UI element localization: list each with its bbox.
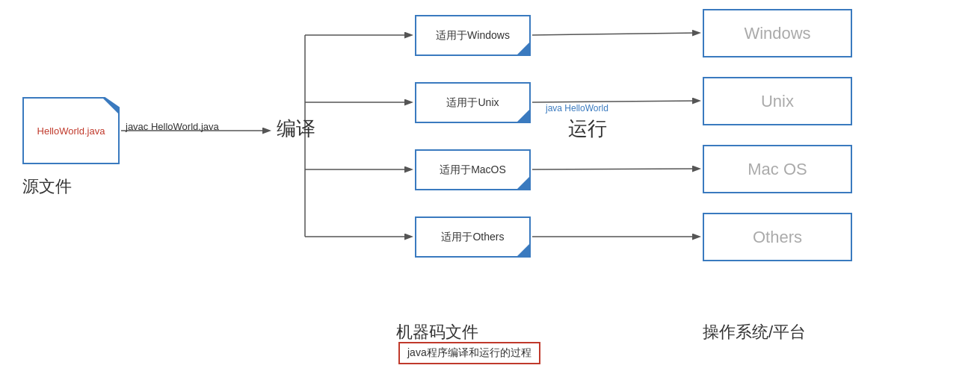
bytecode-box-macos: 适用于MacOS bbox=[415, 149, 531, 190]
bytecode-box-unix: 适用于Unix bbox=[415, 82, 531, 123]
source-file-box: HelloWorld.java bbox=[22, 97, 120, 164]
run-label: 运行 bbox=[568, 116, 607, 142]
os-platform-label: 操作系统/平台 bbox=[703, 321, 806, 343]
javac-command-label: javac HelloWorld.java bbox=[126, 121, 219, 132]
bytecode-box-others: 适用于Others bbox=[415, 216, 531, 258]
bytecode-box-windows: 适用于Windows bbox=[415, 15, 531, 56]
diagram-container: HelloWorld.java 源文件 javac HelloWorld.jav… bbox=[0, 0, 980, 377]
run-command-label: java HelloWorld bbox=[546, 103, 608, 113]
caption-box: java程序编译和运行的过程 bbox=[398, 342, 540, 364]
platform-box-macos: Mac OS bbox=[703, 145, 852, 193]
source-file-label: HelloWorld.java bbox=[37, 125, 105, 137]
platform-box-windows: Windows bbox=[703, 9, 852, 57]
source-section-label: 源文件 bbox=[22, 175, 72, 198]
compile-label: 编译 bbox=[277, 116, 315, 142]
svg-line-7 bbox=[532, 33, 699, 35]
platform-box-unix: Unix bbox=[703, 77, 852, 125]
platform-box-others: Others bbox=[703, 213, 852, 261]
svg-line-9 bbox=[532, 169, 699, 169]
svg-line-8 bbox=[532, 101, 699, 102]
machine-code-label: 机器码文件 bbox=[396, 321, 478, 343]
